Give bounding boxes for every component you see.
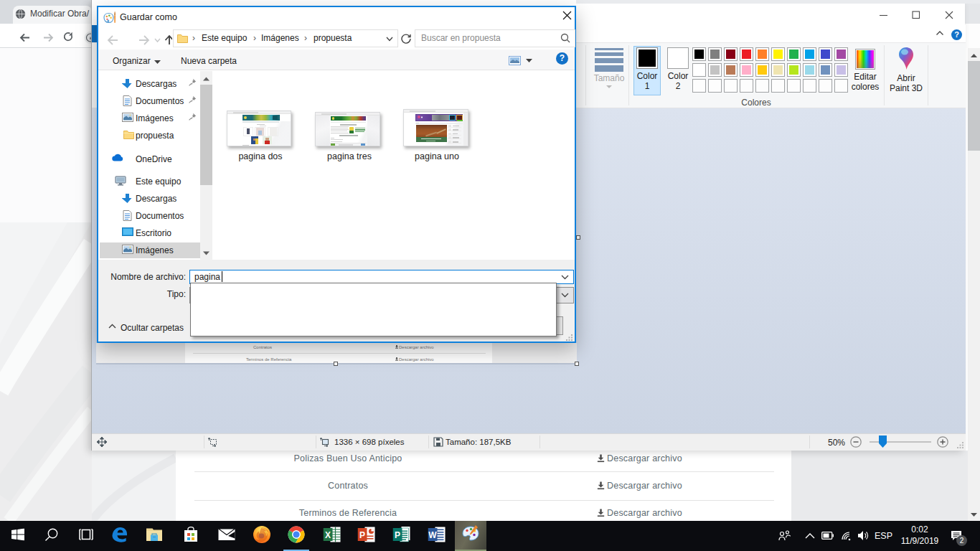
svg-text:X: X (325, 530, 331, 540)
svg-text:P: P (359, 530, 365, 540)
svg-text:W: W (428, 530, 437, 540)
svg-text:P: P (395, 530, 400, 540)
